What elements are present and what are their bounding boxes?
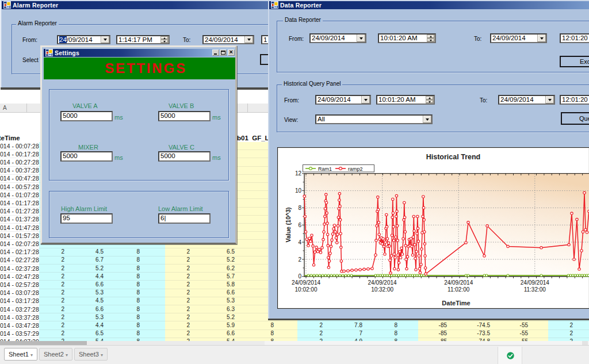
svg-text:6: 6 xyxy=(298,222,301,228)
svg-text:Value (10^3): Value (10^3) xyxy=(285,208,292,243)
svg-text:10: 10 xyxy=(295,187,302,194)
svg-text:10:02:00: 10:02:00 xyxy=(295,286,318,293)
svg-text:0: 0 xyxy=(298,273,301,279)
svg-text:4: 4 xyxy=(298,239,301,246)
svg-text:ramp2: ramp2 xyxy=(348,166,363,172)
svg-text:11:32:00: 11:32:00 xyxy=(524,286,546,293)
svg-text:12: 12 xyxy=(295,170,302,177)
svg-text:10:32:00: 10:32:00 xyxy=(371,286,393,293)
svg-text:24/09/2014: 24/09/2014 xyxy=(444,279,473,286)
svg-text:Ram1: Ram1 xyxy=(318,166,332,172)
svg-text:24/09/2014: 24/09/2014 xyxy=(521,279,549,286)
svg-text:11:02:00: 11:02:00 xyxy=(448,286,470,293)
svg-text:DateTime: DateTime xyxy=(442,300,470,306)
svg-text:24/09/2014: 24/09/2014 xyxy=(292,279,320,286)
svg-text:8: 8 xyxy=(298,205,301,211)
svg-text:24/09/2014: 24/09/2014 xyxy=(368,279,397,286)
svg-text:2: 2 xyxy=(298,256,301,263)
svg-text:Historical Trend: Historical Trend xyxy=(426,153,480,161)
